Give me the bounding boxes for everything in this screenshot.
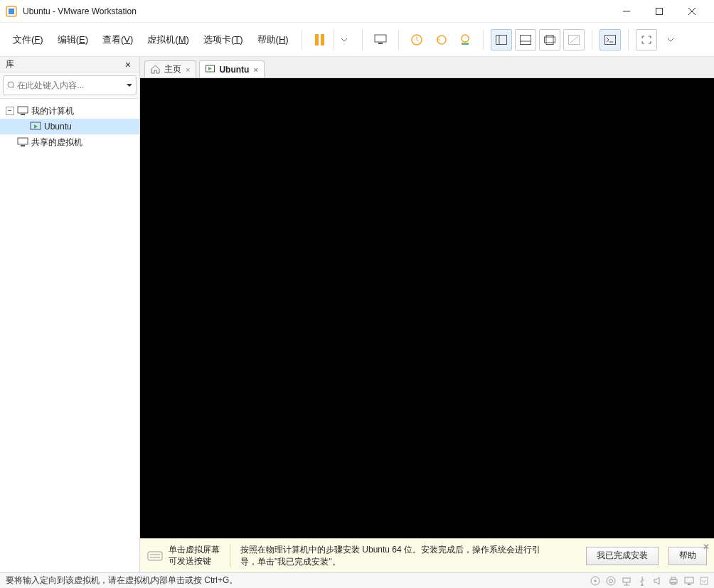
device-tray [590,576,708,586]
network-icon[interactable] [622,576,632,586]
svg-point-37 [607,577,615,585]
home-icon [151,65,160,74]
separator [398,30,399,50]
console-button[interactable] [600,29,621,50]
fullscreen-dropdown[interactable] [660,29,681,50]
minimize-button[interactable] [610,0,643,23]
revert-snapshot-button[interactable] [430,29,452,50]
svg-rect-28 [18,138,28,144]
svg-rect-48 [700,577,708,584]
console-icon [604,35,616,45]
menu-vm[interactable]: 虚拟机(M) [142,31,195,48]
clock-back-icon [435,33,447,46]
tab-bar: 主页 × Ubuntu × [140,57,714,78]
svg-rect-47 [688,584,691,585]
svg-rect-11 [462,43,469,45]
view-layout-disabled-button[interactable] [563,29,585,50]
cd-icon[interactable] [606,576,616,586]
chevron-down-icon [668,37,673,43]
disk-icon[interactable] [590,576,600,586]
shared-icon [17,137,28,148]
clock-icon [410,33,423,46]
library-panel: 库 × − 我的计算机 Ubuntu 共享的虚拟机 [0,57,140,572]
svg-point-42 [641,584,644,586]
tab-close-button[interactable]: × [253,65,257,74]
hint-message: 按照在物理计算机中的步骤安装 Ubuntu 64 位。安装完成后，操作系统会进行… [240,544,546,568]
send-ctrl-alt-del-button[interactable] [370,29,391,50]
menu-edit[interactable]: 编辑(E) [52,31,94,48]
menu-help[interactable]: 帮助(H) [252,31,294,48]
hint-close-button[interactable]: ✕ [703,542,710,552]
view-layout-2-button[interactable] [515,29,536,50]
search-icon [6,80,14,90]
menu-tabs[interactable]: 选项卡(T) [198,31,249,48]
separator [302,30,302,50]
svg-rect-12 [496,35,506,44]
separator [483,30,484,50]
display-icon[interactable] [684,576,694,586]
tree-shared-vms[interactable]: 共享的虚拟机 [0,134,139,150]
svg-rect-44 [671,577,676,579]
svg-rect-39 [623,578,630,582]
svg-point-10 [462,35,469,42]
svg-rect-32 [148,552,162,560]
view-layout-3-button[interactable] [539,29,560,50]
separator [628,30,629,50]
snapshot-manager-button[interactable] [454,29,476,50]
printer-icon[interactable] [668,576,678,586]
monitor-icon [373,33,388,46]
svg-rect-14 [520,35,531,44]
view-layout-1-button[interactable] [491,29,512,50]
sound-icon[interactable] [653,576,663,586]
snapshot-button[interactable] [406,29,427,50]
maximize-button[interactable] [643,0,676,23]
svg-rect-16 [546,35,553,44]
tab-ubuntu[interactable]: Ubuntu × [199,60,264,77]
power-dropdown[interactable] [334,29,355,50]
library-header: 库 × [0,57,139,73]
menu-file[interactable]: 文件(F) [7,31,49,48]
fullscreen-button[interactable] [636,29,657,50]
tray-dropdown-icon[interactable] [700,577,708,585]
vm-icon [30,121,41,132]
tab-label: Ubuntu [219,65,249,75]
hint-left-line1: 单击虚拟屏幕 [169,545,220,556]
svg-rect-46 [685,577,693,583]
tree-ubuntu[interactable]: Ubuntu [0,119,139,134]
svg-line-19 [570,36,578,43]
pause-button[interactable] [309,29,331,50]
clock-manage-icon [459,33,471,46]
library-close-button[interactable]: × [122,59,134,70]
library-tree: − 我的计算机 Ubuntu 共享的虚拟机 [0,98,139,572]
hint-left-line2: 可发送按键 [169,556,220,567]
chevron-down-icon [341,37,347,43]
tree-label: 共享的虚拟机 [31,137,82,149]
tree-my-computer[interactable]: − 我的计算机 [0,103,139,119]
close-button[interactable] [676,0,708,23]
svg-rect-20 [604,35,615,44]
status-text: 要将输入定向到该虚拟机，请在虚拟机内部单击或按 Ctrl+G。 [6,574,238,587]
tree-label: Ubuntu [44,122,72,132]
usb-icon[interactable] [637,576,647,586]
svg-point-22 [8,82,14,87]
title-bar: Ubuntu - VMware Workstation [0,0,714,23]
svg-rect-1 [9,9,14,14]
separator [230,545,230,567]
chevron-down-icon[interactable] [127,82,132,88]
main-area: 主页 × Ubuntu × 单击虚拟屏幕 可发送按键 按照在物理计算机中的步骤安… [140,57,714,572]
library-search[interactable] [3,75,137,95]
vm-display[interactable] [140,78,714,538]
menu-toolbar: 文件(F) 编辑(E) 查看(V) 虚拟机(M) 选项卡(T) 帮助(H) [0,23,714,57]
svg-point-36 [595,579,597,582]
fullscreen-icon [641,35,652,45]
tab-close-button[interactable]: × [186,65,190,74]
install-done-button[interactable]: 我已完成安装 [586,547,659,565]
collapse-icon[interactable]: − [6,107,14,115]
tab-home[interactable]: 主页 × [144,60,196,77]
window-title: Ubuntu - VMware Workstation [23,6,137,16]
help-button[interactable]: 帮助 [668,547,707,565]
tab-label: 主页 [164,63,181,75]
search-input[interactable] [14,79,127,92]
menu-view[interactable]: 查看(V) [97,31,139,48]
svg-marker-31 [208,67,212,70]
